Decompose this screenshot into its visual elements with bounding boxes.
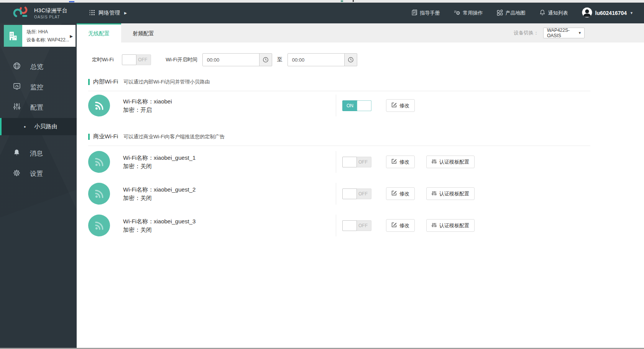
app-header: H3C绿洲平台 OASIS PLAT 网络管理 ▶	[0, 3, 644, 23]
browser-edge-strip	[0, 0, 644, 3]
wifi-enable-toggle[interactable]: ON	[342, 100, 371, 111]
product-map-icon	[497, 10, 503, 17]
wifi-open-time-label: Wi-Fi开启时间	[166, 56, 197, 63]
auth-template-label: 认证模板配置	[439, 159, 469, 165]
wifi-guest-icon	[88, 151, 110, 173]
device-card-text: 场所: HHA 设备名称: WAP422...	[22, 28, 69, 44]
divider	[336, 151, 336, 173]
wifi-enable-toggle[interactable]: OFF	[342, 157, 371, 167]
section-title: 商业Wi-Fi	[93, 133, 118, 140]
commercial-wifi-section-header: 商业Wi-Fi 可以通过商业Wi-Fi向客户端推送您的定制广告	[88, 133, 590, 140]
notification-list-button[interactable]: 通知列表	[539, 9, 568, 17]
wifi-name-label: Wi-Fi名称：	[123, 98, 154, 105]
wifi-row-controls: OFF 修改	[342, 219, 475, 232]
sliders-icon	[432, 223, 437, 229]
modify-button[interactable]: 修改	[386, 187, 415, 200]
tab-radio-config[interactable]: 射频配置	[121, 23, 166, 43]
time-start-input[interactable]	[203, 54, 259, 66]
cloud-logo-icon	[13, 6, 30, 20]
encryption-value: 关闭	[140, 195, 152, 201]
main-panel: 无线配置 射频配置 设备切换： WAP422S-OASIS ▼ 定时Wi-Fi	[77, 23, 644, 349]
common-operations-label: 常用操作	[463, 10, 483, 16]
sidebar-item-label: 小贝路由	[34, 123, 57, 130]
auth-template-config-button[interactable]: 认证模板配置	[426, 219, 475, 232]
auth-template-config-button[interactable]: 认证模板配置	[426, 156, 475, 168]
product-map-label: 产品地图	[506, 10, 526, 16]
modify-label: 修改	[399, 159, 409, 165]
sidebar-item-settings[interactable]: 设置	[0, 164, 77, 184]
sidebar-item-label: 监控	[30, 83, 43, 92]
modify-label: 修改	[399, 190, 409, 197]
sliders-icon	[432, 191, 437, 197]
device-switch-label: 设备切换：	[514, 29, 539, 36]
edit-icon	[391, 222, 397, 229]
section-description: 可以通过商业Wi-Fi向客户端推送您的定制广告	[123, 133, 225, 140]
brand-logo[interactable]: H3C绿洲平台 OASIS PLAT	[0, 6, 80, 20]
operations-gear-icon	[454, 9, 460, 17]
modify-button[interactable]: 修改	[386, 99, 415, 112]
sliders-icon	[432, 159, 437, 165]
brand-title: H3C绿洲平台	[34, 7, 68, 14]
toggle-state-label: ON	[347, 103, 353, 108]
edit-icon	[391, 190, 397, 197]
schedule-wifi-toggle[interactable]: OFF	[122, 54, 151, 65]
caret-down-icon: ▼	[630, 11, 633, 15]
toggle-state-label: OFF	[358, 223, 368, 228]
edit-icon	[391, 102, 397, 109]
time-end-input[interactable]	[288, 54, 344, 66]
manual-doc-icon	[411, 9, 417, 17]
nav-network-management[interactable]: 网络管理 ▶	[89, 10, 127, 17]
tab-wireless-config[interactable]: 无线配置	[77, 23, 121, 43]
user-menu[interactable]: lu602416704 ▼	[582, 7, 633, 19]
toggle-state-label: OFF	[358, 191, 368, 197]
auth-template-label: 认证模板配置	[439, 222, 469, 229]
nav-label: 网络管理	[99, 10, 120, 16]
schedule-wifi-label: 定时Wi-Fi	[92, 56, 113, 63]
notification-bell-icon	[539, 9, 545, 17]
clock-icon[interactable]	[259, 54, 272, 66]
browser-edge-mark2	[353, 0, 354, 2]
device-card[interactable]: 场所: HHA 设备名称: WAP422... ▶	[4, 25, 76, 47]
modify-button[interactable]: 修改	[386, 219, 415, 232]
wifi-row-controls: OFF 修改	[342, 187, 475, 200]
manual-button[interactable]: 指导手册	[411, 9, 440, 17]
internal-wifi-section-header: 内部Wi-Fi 可以通过内部Wi-Fi访问并管理小贝路由	[88, 78, 590, 85]
sidebar-item-config[interactable]: 配置	[0, 97, 77, 118]
sidebar-item-messages[interactable]: 消息	[0, 143, 77, 164]
encryption-label: 加密：	[123, 226, 140, 233]
to-label: 至	[277, 56, 283, 63]
wifi-name-label: Wi-Fi名称：	[123, 218, 154, 224]
wifi-row-controls: ON 修改	[342, 99, 415, 112]
section-accent-bar	[88, 134, 90, 140]
wifi-row-info: Wi-Fi名称：xiaobei_guest_1 加密：关闭	[88, 151, 336, 173]
section-description: 可以通过内部Wi-Fi访问并管理小贝路由	[123, 79, 210, 85]
common-operations-button[interactable]: 常用操作	[454, 9, 483, 17]
time-start-group	[202, 53, 272, 66]
browser-tab-indicator	[69, 1, 74, 2]
modify-label: 修改	[399, 102, 409, 109]
sliders-icon	[13, 103, 21, 112]
auth-template-label: 认证模板配置	[439, 190, 469, 197]
wifi-name-label: Wi-Fi名称：	[123, 186, 154, 193]
sidebar-item-overview[interactable]: 总览	[0, 57, 77, 77]
wifi-enable-toggle[interactable]: OFF	[342, 188, 371, 199]
username: lu602416704	[595, 10, 627, 16]
device-switch-select[interactable]: WAP422S-OASIS ▼	[543, 28, 585, 38]
auth-template-config-button[interactable]: 认证模板配置	[426, 187, 475, 200]
wifi-row-text: Wi-Fi名称：xiaobei 加密：开启	[123, 97, 172, 114]
divider	[336, 95, 336, 116]
modify-label: 修改	[399, 222, 409, 229]
wifi-enable-toggle[interactable]: OFF	[342, 220, 371, 231]
sidebar-item-monitor[interactable]: 监控	[0, 77, 77, 97]
toggle-state-label: OFF	[358, 159, 368, 165]
section-title: 内部Wi-Fi	[93, 78, 118, 85]
sidebar-item-xiaobei-router[interactable]: ● 小贝路由	[0, 118, 77, 135]
clock-icon[interactable]	[344, 54, 357, 66]
encryption-label: 加密：	[123, 107, 140, 113]
modify-button[interactable]: 修改	[386, 156, 415, 168]
browser-edge-mark	[341, 0, 343, 2]
device-switch: 设备切换： WAP422S-OASIS ▼	[514, 23, 644, 43]
product-map-button[interactable]: 产品地图	[497, 10, 526, 17]
gear-icon	[13, 169, 20, 179]
wifi-name-value: xiaobei_guest_3	[154, 218, 196, 224]
